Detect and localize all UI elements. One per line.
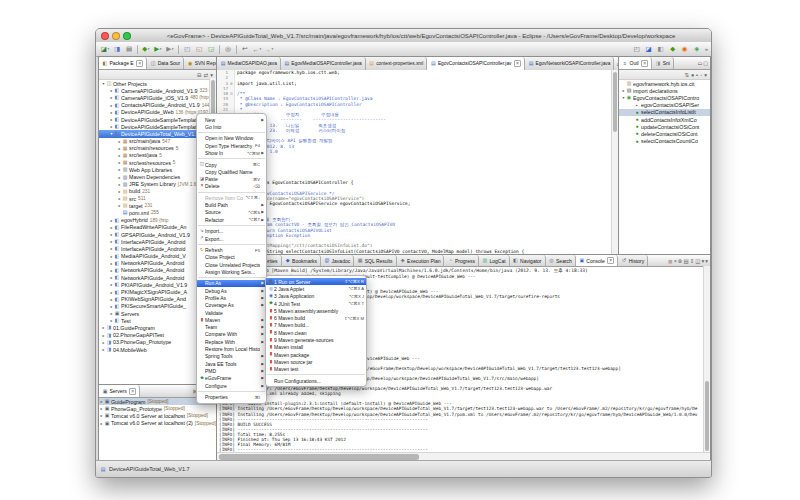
clear-console-icon[interactable]: ▤ [683,258,688,264]
scroll-lock-icon[interactable]: ⇕ [690,258,695,264]
menu-item[interactable]: Java EE Tools [197,360,266,367]
menu-item[interactable]: 9 Maven generate-sources [266,336,366,343]
view-tab[interactable]: Navigator [510,255,546,266]
menu-item[interactable]: 5 Maven assembly:assembly [266,307,366,314]
view-menu-icon[interactable]: ▾ [210,72,213,78]
menu-item[interactable]: Paste ⌘V [197,175,266,182]
hide-non-public-icon[interactable]: ◦ [700,72,702,78]
new-package-button[interactable]: ◱ [194,44,205,55]
menu-item[interactable]: Compare With [197,331,266,338]
editor-tab[interactable]: MediaiOSAPIDAO.java [217,57,281,70]
menu-item[interactable]: Refresh F5 [197,246,266,253]
zoom-window-button[interactable] [123,32,131,40]
menu-item[interactable] [198,132,265,133]
menu-item[interactable] [198,158,265,159]
menu-item[interactable]: Copy ⌘C [197,161,266,168]
view-tab[interactable]: Search [546,255,576,266]
menu-item[interactable]: Run Configurations... [266,377,366,384]
new-java-project-button[interactable]: ◰ [182,44,193,55]
menu-item[interactable]: 1 Run on Server ⇧⌥⌘X R [266,278,366,285]
view-tab[interactable]: History [618,255,648,266]
view-tab[interactable]: Javadoc [321,255,354,266]
close-tab-icon[interactable]: × [607,257,614,264]
menu-item[interactable]: Open in New Window [197,135,266,142]
menu-item[interactable]: Close Unrelated Projects [197,261,266,268]
java-perspective-button[interactable]: ◉ [679,44,690,55]
title-bar[interactable]: <eGovFrame> - DeviceAPIGuideTotal_Web_V1… [96,29,711,43]
view-tab[interactable]: LogCat [479,255,510,266]
code-editor[interactable]: 1 package egovframework.hyb.ios.ctt.web;… [217,70,618,254]
resource-perspective-button[interactable]: ◧ [655,44,666,55]
view-tab[interactable]: Execution Plan [397,255,445,266]
maximize-view-icon[interactable]: ▢ [703,60,708,66]
menu-item[interactable]: Import... [197,228,266,235]
server-item[interactable]: Tomcat v6.0 Server at localhost (2) [Sto… [99,420,216,427]
terminate-icon[interactable]: ◼ [668,258,673,264]
sort-icon[interactable]: ⇅ [684,72,689,78]
open-console-icon[interactable]: ▾ [705,258,708,264]
spring-perspective-button[interactable]: ◈ [691,44,702,55]
view-tab[interactable]: Outl × [619,57,652,69]
forward-button[interactable]: →▾ [264,44,275,55]
link-with-editor-icon[interactable]: ⇄ [204,72,209,78]
close-tab-icon[interactable]: × [641,60,648,67]
menu-item[interactable]: Build Path [197,202,266,209]
menu-item[interactable]: Replace With [197,338,266,345]
menu-item[interactable]: Remove from Context ⌥⇧⌘↓ [197,194,266,201]
outline-item[interactable]: import declarations [619,87,710,94]
servers-tab[interactable]: Servers × [99,385,140,397]
menu-item[interactable]: Maven install [266,344,366,351]
tree-item[interactable]: ContactsAPIGuide_Android_V1.9 144 (https… [99,102,216,109]
menu-item[interactable] [198,391,265,392]
menu-item[interactable]: Show In ⌥⌘W [197,149,266,156]
open-perspective-button[interactable]: ◰ [631,44,642,55]
outline-item[interactable]: addContactsInfoiXmlCo [619,116,710,123]
menu-item[interactable]: Configure [197,382,266,389]
view-tab[interactable]: Package E × [99,57,147,69]
menu-item[interactable]: Team [197,324,266,331]
menu-item[interactable]: Restore from Local History... [197,345,266,352]
menu-item[interactable]: Export... [197,235,266,242]
menu-item[interactable]: Copy Qualified Name [197,168,266,175]
view-menu-icon[interactable]: ▾ [704,72,707,78]
minimize-window-button[interactable] [112,32,120,40]
view-tab[interactable]: SVN Repo [184,57,216,69]
view-tab[interactable]: Sni [652,57,674,69]
close-window-button[interactable] [101,32,109,40]
new-class-button[interactable]: ◲ [206,44,217,55]
debug-button[interactable]: ◆▾ [141,44,152,55]
debug-perspective-button[interactable]: ◆ [667,44,678,55]
menu-item[interactable]: Spring Tools [197,353,266,360]
tree-item[interactable]: CameraAPIGuide_iOS_V1.9 480 (https://192… [99,94,216,101]
menu-item[interactable]: Delete ⌫ [197,183,266,190]
outline-item[interactable]: selectContactsInfoListIt [619,109,710,116]
view-tab[interactable]: Bookmarks [282,255,322,266]
menu-item[interactable]: Validate [197,309,266,316]
view-tab[interactable]: Progress [444,255,479,266]
close-tab-icon[interactable]: × [136,60,143,67]
editor-tab[interactable]: EgovNetworkiOSAPIController.java [525,57,614,70]
menu-item[interactable]: Assign Working Sets... [197,268,266,275]
editor-tab[interactable]: EgovContactsiOSAPIController.jav × [427,57,525,70]
menu-item[interactable] [198,225,265,226]
outline-item[interactable]: egovframework.hyb.ios.ctt [619,80,710,87]
view-tab[interactable]: SQL Results [354,255,396,266]
view-tab[interactable]: Data Sour [147,57,184,69]
menu-item[interactable]: Refactor ⌥⌘T [197,216,266,223]
perspective-overflow-button[interactable]: » [705,46,708,52]
menu-item[interactable]: Open Type Hierarchy F4 [197,142,266,149]
menu-item[interactable]: eGovFrame [197,375,266,382]
menu-item[interactable]: PMD [197,367,266,374]
hide-fields-icon[interactable]: ● [691,72,694,78]
menu-item[interactable]: Maven [197,316,266,323]
menu-item[interactable]: 8 Maven clean [266,329,366,336]
print-button[interactable]: ▤ [124,44,135,55]
new-wizard-button[interactable]: ◪▾ [100,44,111,55]
remove-all-launches-icon[interactable]: ⊗ [678,258,683,264]
display-console-icon[interactable]: ▾ [701,258,704,264]
menu-item[interactable]: 3 Java Application ⌥⌘X J [266,293,366,300]
java-ee-perspective-button[interactable]: ◪ [643,44,654,55]
tree-item[interactable]: Other Projects [99,80,216,87]
menu-item[interactable] [198,277,265,278]
menu-item[interactable]: 2 Java Applet ⌥⌘X A [266,285,366,292]
